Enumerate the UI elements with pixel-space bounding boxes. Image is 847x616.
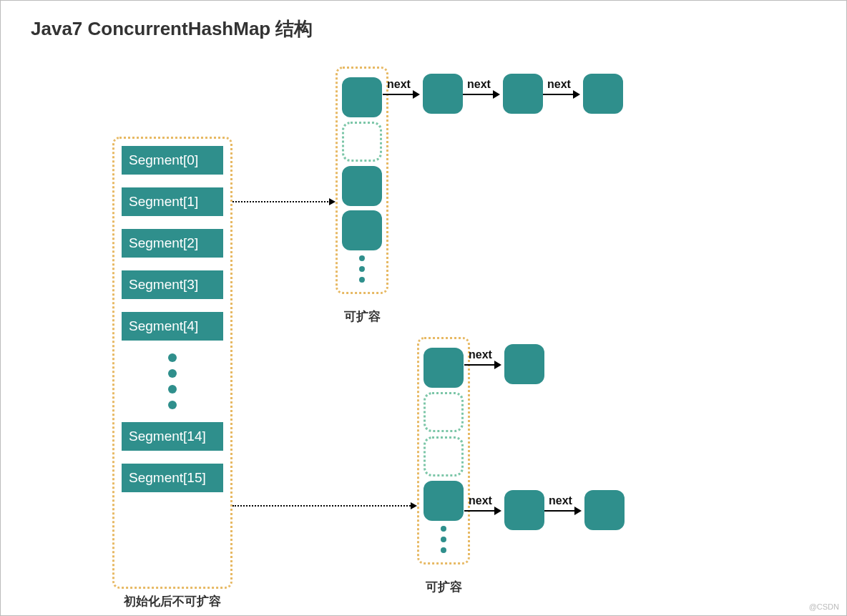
watermark: @CSDN (809, 602, 839, 611)
segment-cell: Segment[0] (122, 146, 223, 175)
next-label: next (387, 78, 411, 91)
segment-array-caption: 初始化后不可扩容 (112, 593, 232, 610)
next-arrow (544, 510, 580, 512)
empty-slot (342, 122, 382, 162)
hash-entry-node (504, 490, 544, 530)
bucket-array-bottom (417, 337, 470, 564)
bucket-top-caption: 可扩容 (336, 308, 388, 325)
empty-slot (424, 392, 464, 432)
hash-entry-node (342, 210, 382, 250)
segment-cell: Segment[14] (122, 422, 223, 451)
ellipsis-vertical-icon (122, 353, 223, 409)
segment-array-box: Segment[0] Segment[1] Segment[2] Segment… (112, 137, 232, 589)
next-label: next (469, 494, 492, 507)
hash-entry-node (342, 77, 382, 117)
hash-entry-node (424, 481, 464, 521)
bucket-array-top (336, 67, 388, 294)
segment-cell: Segment[2] (122, 229, 223, 258)
hash-entry-node (583, 74, 623, 114)
next-arrow (383, 94, 418, 95)
hash-entry-node (424, 348, 464, 388)
hash-entry-node (584, 490, 625, 530)
next-label: next (469, 348, 492, 361)
ellipsis-vertical-icon (342, 255, 382, 283)
hash-entry-node (342, 166, 382, 206)
next-arrow (464, 510, 500, 512)
segment-cell: Segment[15] (122, 464, 223, 492)
segment-cell: Segment[4] (122, 312, 223, 341)
next-arrow (543, 94, 579, 95)
empty-slot (424, 436, 464, 476)
next-label: next (549, 494, 572, 507)
diagram-title: Java7 ConcurrentHashMap 结构 (31, 16, 313, 41)
bucket-bottom-caption: 可扩容 (417, 579, 470, 595)
ellipsis-vertical-icon (424, 526, 464, 553)
hash-entry-node (503, 74, 543, 114)
next-label: next (547, 78, 571, 91)
hash-entry-node (423, 74, 463, 114)
connector-segment14-to-bucket (232, 505, 416, 507)
segment-cell: Segment[3] (122, 270, 223, 299)
hash-entry-node (504, 344, 544, 384)
next-arrow (463, 94, 499, 95)
next-arrow (464, 364, 500, 366)
connector-segment1-to-bucket (232, 201, 334, 202)
diagram-canvas: Java7 ConcurrentHashMap 结构 Segment[0] Se… (0, 0, 847, 616)
segment-cell: Segment[1] (122, 187, 223, 216)
next-label: next (467, 78, 491, 91)
